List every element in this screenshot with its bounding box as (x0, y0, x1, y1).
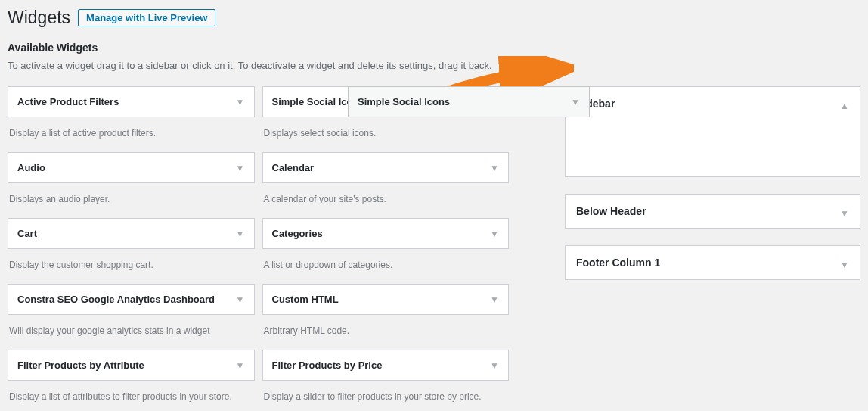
section-description: To activate a widget drag it to a sideba… (8, 60, 860, 71)
widget-desc: A list or dropdown of categories. (262, 249, 510, 284)
widget-desc: Display a list of attributes to filter p… (8, 381, 255, 411)
widget-filter-by-attribute[interactable]: Filter Products by Attribute ▼ (8, 350, 255, 381)
widget-desc: Will display your google analytics stats… (8, 315, 255, 350)
chevron-down-icon: ▼ (236, 294, 245, 305)
widget-title: Custom HTML (272, 294, 339, 305)
widget-desc: Displays an audio player. (8, 183, 255, 218)
widget-title: Cart (17, 228, 37, 239)
widget-desc: Display a list of active product filters… (8, 117, 255, 152)
sidebar-area-sidebar[interactable]: Sidebar ▲ (565, 86, 860, 177)
widget-audio[interactable]: Audio ▼ (8, 152, 255, 183)
chevron-down-icon: ▼ (490, 294, 499, 305)
chevron-down-icon: ▼ (236, 97, 245, 107)
page-title: Widgets (8, 8, 70, 28)
widget-desc: Displays select social icons. (262, 117, 510, 152)
widget-analytics-dashboard[interactable]: Constra SEO Google Analytics Dashboard ▼ (8, 284, 255, 315)
widget-desc: Display a slider to filter products in y… (262, 381, 510, 411)
chevron-up-icon: ▲ (840, 101, 849, 111)
widget-desc: A calendar of your site's posts. (262, 183, 510, 218)
chevron-down-icon: ▼ (490, 163, 499, 173)
sidebar-area-footer-column-1[interactable]: Footer Column 1 ▼ (565, 245, 860, 280)
chevron-down-icon: ▼ (840, 208, 849, 219)
widget-desc: Arbitrary HTML code. (262, 315, 510, 350)
widget-title: Filter Products by Price (272, 360, 383, 371)
chevron-down-icon: ▼ (490, 360, 499, 371)
chevron-down-icon: ▼ (490, 229, 499, 239)
widget-title: Filter Products by Attribute (17, 360, 144, 371)
sidebar-title: Sidebar (576, 98, 849, 110)
chevron-down-icon: ▼ (236, 229, 245, 239)
sidebar-area-below-header[interactable]: Below Header ▼ (565, 194, 860, 229)
widget-categories[interactable]: Categories ▼ (262, 218, 510, 249)
manage-live-preview-button[interactable]: Manage with Live Preview (78, 9, 215, 26)
widget-title: Constra SEO Google Analytics Dashboard (17, 294, 215, 305)
widget-desc: Display the customer shopping cart. (8, 249, 255, 284)
widget-title: Audio (17, 162, 45, 173)
chevron-down-icon: ▼ (571, 97, 580, 107)
widget-cart[interactable]: Cart ▼ (8, 218, 255, 249)
widget-custom-html[interactable]: Custom HTML ▼ (262, 284, 510, 315)
sidebar-title: Footer Column 1 (576, 257, 849, 269)
chevron-down-icon: ▼ (840, 260, 849, 270)
chevron-down-icon: ▼ (236, 360, 245, 371)
widget-column-1: Active Product Filters ▼ Display a list … (8, 86, 255, 411)
widget-title: Categories (272, 228, 323, 239)
widget-title: Calendar (272, 162, 315, 173)
dragged-widget[interactable]: Simple Social Icons ▼ (348, 86, 590, 117)
widget-calendar[interactable]: Calendar ▼ (262, 152, 510, 183)
sidebar-title: Below Header (576, 205, 849, 217)
widget-active-product-filters[interactable]: Active Product Filters ▼ (8, 86, 255, 117)
widget-title: Simple Social Icons (358, 96, 450, 107)
sidebar-areas-column: Sidebar ▲ Below Header ▼ Footer Column 1… (565, 86, 860, 411)
available-widgets-columns: Active Product Filters ▼ Display a list … (8, 86, 509, 411)
widget-title: Active Product Filters (17, 96, 119, 107)
widgets-layout: Active Product Filters ▼ Display a list … (8, 86, 860, 411)
widget-column-2: Simple Social Icons ▼ Displays select so… (262, 86, 510, 411)
available-widgets-heading: Available Widgets (8, 42, 860, 54)
chevron-down-icon: ▼ (236, 163, 245, 173)
widget-filter-by-price[interactable]: Filter Products by Price ▼ (262, 350, 510, 381)
